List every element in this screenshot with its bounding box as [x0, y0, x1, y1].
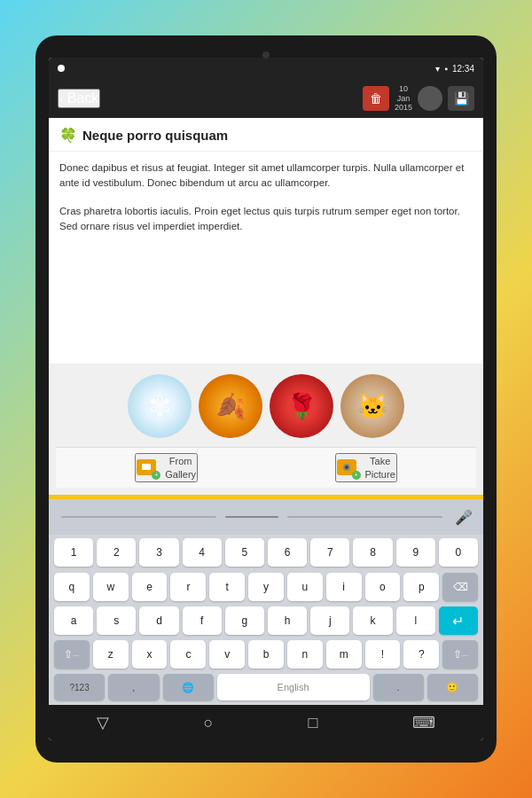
note-body[interactable]: Donec dapibus et risus at feugiat. Integ…: [49, 152, 483, 364]
key-8[interactable]: 8: [353, 538, 392, 567]
key-6[interactable]: 6: [268, 538, 307, 567]
shift-left-button[interactable]: ⇧—: [54, 640, 90, 669]
keyboard-row-1: q w e r t y u i o p ⌫: [49, 570, 483, 604]
key-d[interactable]: d: [139, 606, 178, 635]
key-l[interactable]: l: [396, 606, 435, 635]
backspace-button[interactable]: ⌫: [442, 573, 478, 601]
save-icon: 💾: [454, 91, 469, 106]
key-z[interactable]: z: [93, 640, 129, 669]
images-section: ✾ 🍂 🌹 🐱: [49, 364, 483, 495]
status-icons: ▾ ▪ 12:34: [435, 64, 474, 74]
nav-recent-icon[interactable]: □: [309, 714, 318, 732]
key-question[interactable]: ?: [403, 640, 439, 669]
key-e[interactable]: e: [132, 573, 168, 601]
emoji-button[interactable]: 🙂: [427, 674, 478, 700]
key-v[interactable]: v: [209, 640, 245, 669]
key-j[interactable]: j: [310, 606, 349, 635]
image-autumn[interactable]: 🍂: [199, 374, 262, 438]
key-2[interactable]: 2: [97, 538, 136, 567]
clover-icon: 🍀: [59, 127, 77, 144]
date-badge: 10 Jan 2015: [395, 84, 412, 113]
enter-button[interactable]: ↵: [439, 606, 478, 635]
mic-button[interactable]: 🎤: [451, 505, 476, 529]
cursor-active: [225, 516, 278, 518]
app-bar-actions: 🗑 10 Jan 2015 💾: [363, 84, 474, 113]
battery-icon: ▪: [444, 64, 448, 74]
gallery-actions: + FromGallery + TakePicture: [56, 447, 476, 488]
key-w[interactable]: w: [93, 573, 129, 601]
key-y[interactable]: y: [248, 573, 284, 601]
comma-button[interactable]: ,: [108, 674, 159, 700]
key-exclaim[interactable]: !: [365, 640, 401, 669]
space-bar[interactable]: English: [217, 674, 370, 700]
key-b[interactable]: b: [248, 640, 284, 669]
tablet-camera: [262, 51, 270, 59]
key-n[interactable]: n: [287, 640, 323, 669]
delete-button[interactable]: 🗑: [363, 86, 389, 111]
from-gallery-button[interactable]: + FromGallery: [135, 453, 198, 482]
back-label: Back: [67, 90, 99, 106]
key-0[interactable]: 0: [439, 538, 478, 567]
save-button[interactable]: 💾: [448, 86, 474, 111]
keyboard-cursor-row: 🎤: [49, 499, 483, 535]
key-c[interactable]: c: [170, 640, 206, 669]
period-button[interactable]: .: [373, 674, 424, 700]
key-o[interactable]: o: [365, 573, 401, 601]
key-g[interactable]: g: [225, 606, 264, 635]
key-p[interactable]: p: [403, 573, 439, 601]
image-dandelion[interactable]: ✾: [128, 374, 192, 438]
status-bar: ▾ ▪ 12:34: [49, 58, 483, 79]
shift-right-button[interactable]: ⇧—: [442, 640, 478, 669]
note-content: 🍀 Neque porro quisquam Donec dapibus et …: [49, 118, 483, 495]
keyboard-bottom-row: ?123 , 🌐 English . 🙂: [49, 671, 483, 705]
date-month: Jan: [395, 94, 412, 104]
take-picture-button[interactable]: + TakePicture: [335, 453, 397, 482]
keyboard-row-2: a s d f g h j k l ↵: [49, 604, 483, 638]
screen: ▾ ▪ 12:34 ‹ Back 🗑 10 Jan 2015: [49, 58, 483, 740]
key-u[interactable]: u: [287, 573, 323, 601]
key-q[interactable]: q: [54, 573, 90, 601]
back-chevron-icon: ‹: [59, 91, 64, 106]
key-k[interactable]: k: [353, 606, 392, 635]
key-s[interactable]: s: [97, 606, 136, 635]
key-5[interactable]: 5: [225, 538, 264, 567]
key-f[interactable]: f: [183, 606, 222, 635]
image-rose[interactable]: 🌹: [270, 374, 333, 438]
keyboard[interactable]: 🎤 1 2 3 4 5 6 7 8 9 0 q w e r: [49, 499, 483, 705]
tablet-device: ▾ ▪ 12:34 ‹ Back 🗑 10 Jan 2015: [35, 35, 497, 763]
keyboard-row-3: ⇧— z x c v b n m ! ? ⇧—: [49, 638, 483, 671]
key-h[interactable]: h: [268, 606, 307, 635]
key-m[interactable]: m: [326, 640, 362, 669]
key-9[interactable]: 9: [396, 538, 435, 567]
image-cat[interactable]: 🐱: [340, 374, 404, 438]
key-r[interactable]: r: [170, 573, 206, 601]
key-x[interactable]: x: [132, 640, 168, 669]
avatar-circle: [418, 86, 442, 111]
nav-home-icon[interactable]: ○: [204, 714, 214, 732]
wifi-icon: ▾: [435, 64, 440, 74]
navigation-bar: ▽ ○ □ ⌨: [49, 705, 483, 740]
globe-button[interactable]: 🌐: [163, 674, 214, 700]
key-t[interactable]: t: [209, 573, 245, 601]
cursor-line: [61, 516, 216, 518]
language-label: English: [278, 682, 309, 692]
numbers-row: 1 2 3 4 5 6 7 8 9 0: [49, 535, 483, 570]
cursor-line-2: [287, 516, 442, 518]
key-4[interactable]: 4: [183, 538, 222, 567]
trash-icon: 🗑: [370, 91, 382, 106]
nav-back-icon[interactable]: ▽: [97, 713, 109, 732]
numbers-switch-button[interactable]: ?123: [54, 674, 105, 700]
note-paragraph-2: Cras pharetra lobortis iaculis. Proin eg…: [59, 204, 473, 235]
app-bar: ‹ Back 🗑 10 Jan 2015 💾: [49, 79, 483, 118]
back-button[interactable]: ‹ Back: [58, 89, 100, 108]
status-indicator: [58, 65, 65, 72]
note-title-bar: 🍀 Neque porro quisquam: [49, 118, 483, 152]
date-year: 2015: [395, 103, 412, 113]
nav-keyboard-icon[interactable]: ⌨: [412, 713, 435, 732]
key-3[interactable]: 3: [139, 538, 178, 567]
key-a[interactable]: a: [54, 606, 93, 635]
key-1[interactable]: 1: [54, 538, 93, 567]
key-7[interactable]: 7: [310, 538, 349, 567]
key-i[interactable]: i: [326, 573, 362, 601]
from-gallery-label: FromGallery: [165, 455, 196, 481]
